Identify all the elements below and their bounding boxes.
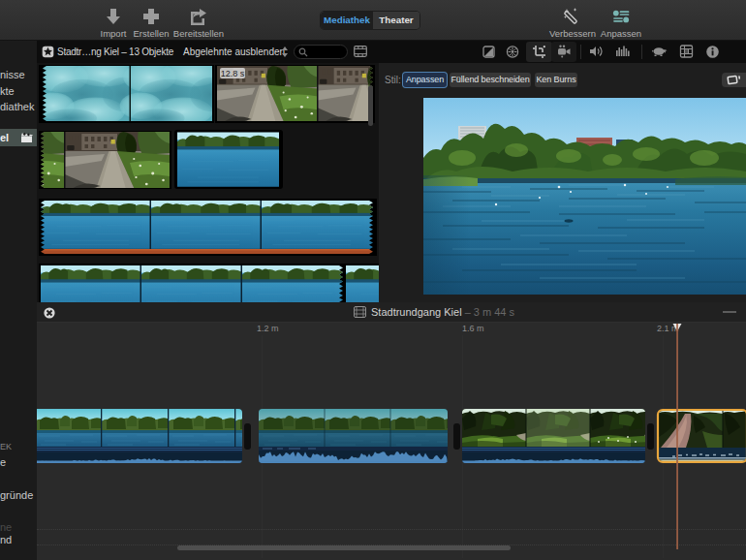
svg-text:12.8 s: 12.8 s (221, 69, 245, 78)
